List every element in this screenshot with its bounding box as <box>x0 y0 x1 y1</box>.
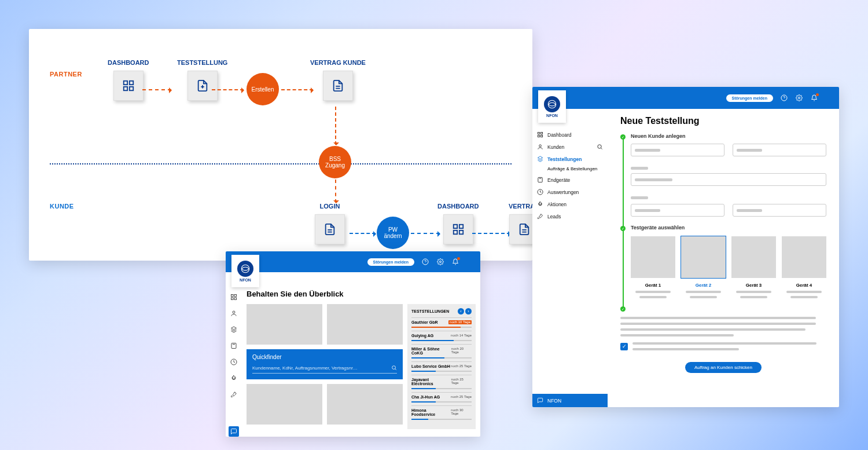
nav-teststellungen[interactable]: Teststellungen <box>532 153 608 165</box>
input-field[interactable] <box>733 144 826 156</box>
search-icon[interactable] <box>597 144 603 150</box>
device-card[interactable]: Gerät 3 <box>731 236 776 298</box>
svg-point-18 <box>440 261 442 263</box>
customer-name: Lubo Service GmbH <box>411 364 450 368</box>
days-remaining: noch 25 Tage <box>451 395 472 399</box>
text-placeholder <box>690 296 716 298</box>
dashboard-icon[interactable] <box>229 292 239 302</box>
svg-point-33 <box>799 97 800 99</box>
device-name: Gerät 4 <box>796 283 812 288</box>
node-vertrag: VERTRAG <box>509 203 532 244</box>
text-placeholder <box>620 323 816 325</box>
teststellung-row[interactable]: Jayavant Electronicsnoch 25 Tage <box>411 375 472 392</box>
quickfinder-input[interactable] <box>252 365 391 371</box>
bell-icon[interactable] <box>451 258 459 266</box>
customers-icon[interactable] <box>229 308 239 319</box>
customer-name: Jayavant Electronics <box>411 378 451 386</box>
step-2-label: Testgeräte auswählen <box>631 225 826 231</box>
teststellung-row[interactable]: Guiying AGnoch 14 Tage <box>411 331 472 344</box>
search-icon[interactable] <box>391 365 397 371</box>
chart-icon[interactable] <box>229 357 239 367</box>
page-title: Neue Teststellung <box>620 116 826 126</box>
bell-icon[interactable] <box>810 94 818 102</box>
stack-icon[interactable] <box>229 324 239 335</box>
node-dashboard-kunde: DASHBOARD <box>437 203 479 244</box>
days-remaining: noch 30 Tage <box>451 408 472 416</box>
device-image <box>631 236 675 278</box>
submit-button[interactable]: Auftrag an Kunden schicken <box>685 362 762 373</box>
svg-point-29 <box>392 366 396 369</box>
page-title: Behalten Sie den Überblick <box>247 290 476 298</box>
nav-nfon[interactable]: NFON <box>532 394 608 407</box>
svg-rect-24 <box>234 298 237 300</box>
input-field[interactable] <box>631 204 724 217</box>
customer-name: Miller & Söhne CoKG <box>411 347 451 355</box>
device-name: Gerät 2 <box>696 283 712 288</box>
svg-rect-39 <box>540 135 542 137</box>
svg-rect-43 <box>538 177 542 182</box>
rocket-icon[interactable] <box>229 389 239 400</box>
svg-rect-12 <box>454 231 457 234</box>
device-card[interactable]: Gerät 4 <box>782 236 826 298</box>
text-placeholder <box>635 291 671 293</box>
file-text-icon <box>323 71 353 101</box>
teststellung-row[interactable]: Gauthier GbRnoch 10 Tage <box>411 317 472 331</box>
widget-placeholder <box>327 384 403 425</box>
nav-auswertungen[interactable]: Auswertungen <box>532 186 608 198</box>
file-text-icon <box>315 214 345 244</box>
input-field[interactable] <box>733 204 826 217</box>
teststellung-row[interactable]: Miller & Söhne CoKGnoch 20 Tage <box>411 344 472 361</box>
chat-icon[interactable] <box>229 426 239 437</box>
chevron-right-icon[interactable]: › <box>465 308 472 314</box>
step-check-icon <box>620 306 626 312</box>
chevron-left-icon[interactable]: ‹ <box>458 308 464 314</box>
checkbox[interactable]: ✓ <box>620 343 628 350</box>
nav-auftraege[interactable]: Aufträge & Bestellungen <box>532 165 608 174</box>
report-issue-button[interactable]: Störungen melden <box>367 258 414 266</box>
device-card[interactable]: Gerät 1 <box>631 236 675 298</box>
text-placeholder <box>632 348 739 350</box>
dashboard-panel: Störungen melden NFON Behalten Sie den Ü… <box>226 251 480 437</box>
device-image <box>681 236 726 278</box>
device-card[interactable]: Gerät 2 <box>681 236 726 298</box>
svg-rect-22 <box>234 295 237 297</box>
devices-icon[interactable] <box>229 341 239 351</box>
gear-icon[interactable] <box>795 94 803 102</box>
device-name: Gerät 1 <box>645 283 661 288</box>
nav-kunden[interactable]: Kunden <box>532 141 608 153</box>
step-1-label: Neuen Kunde anlegen <box>631 133 826 139</box>
svg-rect-26 <box>231 343 236 349</box>
days-remaining: noch 25 Tage <box>451 364 472 368</box>
teststellung-row[interactable]: Lubo Service GmbHnoch 25 Tage <box>411 361 472 375</box>
file-plus-icon <box>187 71 218 101</box>
svg-point-19 <box>468 259 474 265</box>
nav-leads[interactable]: Leads <box>532 210 608 222</box>
input-field[interactable] <box>631 173 826 186</box>
teststellung-row[interactable]: Cha Ji-Hun AGnoch 25 Tage <box>411 392 472 405</box>
teststellung-row[interactable]: Himona Foodservicenoch 30 Tage <box>411 405 472 423</box>
user-icon[interactable] <box>825 94 833 102</box>
text-placeholder <box>620 328 806 331</box>
quickfinder: Quickfinder <box>247 349 403 379</box>
nav-dashboard[interactable]: Dashboard <box>532 129 608 141</box>
text-placeholder <box>620 334 734 336</box>
nav-endgeraete[interactable]: Endgeräte <box>532 174 608 186</box>
help-icon[interactable] <box>780 94 788 102</box>
text-placeholder <box>686 291 722 293</box>
svg-rect-0 <box>124 81 127 85</box>
device-image <box>731 236 776 278</box>
svg-rect-10 <box>454 225 457 228</box>
input-field[interactable] <box>631 144 724 156</box>
help-icon[interactable] <box>421 258 429 266</box>
days-remaining: noch 20 Tage <box>451 347 472 355</box>
report-issue-button[interactable]: Störungen melden <box>726 94 773 102</box>
teststellung-panel: Störungen melden NFON Dashboard Kunden T… <box>532 87 839 407</box>
svg-rect-36 <box>538 132 539 134</box>
user-icon[interactable] <box>466 258 475 266</box>
svg-point-34 <box>826 95 833 101</box>
nav-aktionen[interactable]: Aktionen <box>532 198 608 210</box>
flame-icon[interactable] <box>229 373 239 383</box>
svg-rect-38 <box>538 135 539 137</box>
widget-placeholder <box>247 384 322 425</box>
gear-icon[interactable] <box>436 258 444 266</box>
